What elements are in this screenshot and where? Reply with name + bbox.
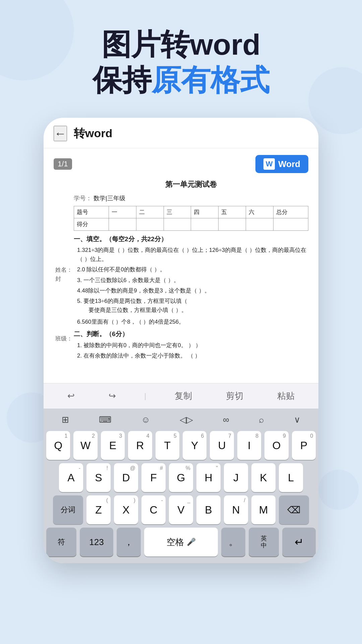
- score-table: 题号 一 二 三 四 五 六 总分 得分: [74, 206, 308, 230]
- page-indicator: 1/1: [54, 158, 72, 170]
- sidebar-name-label: 姓名：封: [55, 265, 72, 283]
- key-T[interactable]: 5T: [156, 431, 179, 460]
- kb-tool-keyboard[interactable]: ⌨: [96, 413, 115, 426]
- word-btn-label: Word: [278, 159, 300, 169]
- key-B[interactable]: B: [196, 495, 221, 524]
- header-title: 转word: [74, 126, 112, 141]
- table-header-5: 五: [219, 206, 246, 218]
- table-header-4: 四: [191, 206, 219, 218]
- space-label: 空格: [167, 536, 184, 548]
- key-period[interactable]: 。: [221, 528, 245, 556]
- table-header-1: 一: [109, 206, 136, 218]
- paste-button[interactable]: 粘贴: [272, 389, 300, 403]
- keyboard: ⊞ ⌨ ☺ ◁▷ ∞ ⌕ ∨ 1Q 2W 3E 4R 5T 6Y 7U 8I 9…: [44, 409, 318, 563]
- key-E[interactable]: 3E: [101, 431, 125, 460]
- table-header-2: 二: [136, 206, 164, 218]
- key-Y[interactable]: 6Y: [183, 431, 206, 460]
- kb-row-3: 分词 (Z )X -C _V B /N M ⌫: [46, 495, 316, 524]
- key-enter[interactable]: ↵: [282, 528, 316, 556]
- key-S[interactable]: !S: [86, 463, 111, 492]
- key-V[interactable]: _V: [169, 495, 193, 524]
- table-row2-2: [136, 218, 164, 230]
- key-P[interactable]: 0P: [292, 431, 316, 460]
- table-row2-7: [273, 218, 308, 230]
- key-R[interactable]: 4R: [128, 431, 152, 460]
- key-I[interactable]: 8I: [237, 431, 261, 460]
- word-icon-box: W: [263, 158, 275, 170]
- table-row2-1: [109, 218, 136, 230]
- cut-button[interactable]: 剪切: [221, 389, 249, 403]
- key-Z[interactable]: (Z: [86, 495, 111, 524]
- question-1-6: 6.560里面有（ ）个8，（ ）的4倍是256。: [74, 317, 308, 326]
- key-H[interactable]: "H: [196, 463, 221, 492]
- doc-info: 学号： 数学|三年级: [74, 194, 308, 203]
- mic-icon: 🎤: [187, 538, 196, 546]
- question-1-4: 4.48除以一个数的商是9，余数是3，这个数是（ ）。: [74, 286, 308, 295]
- section-2: 班级： 6.560里面有（ ）个8，（ ）的4倍是256。 二、判断。（6分） …: [74, 317, 308, 360]
- key-C[interactable]: -C: [141, 495, 166, 524]
- key-Q[interactable]: 1Q: [46, 431, 70, 460]
- doc-title: 第一单元测试卷: [74, 178, 308, 190]
- redo-button[interactable]: ↪: [103, 389, 121, 402]
- separator-1: |: [144, 392, 146, 400]
- kb-row-2: -A !S @D #F %G "H J K L: [46, 463, 316, 492]
- table-row2-6: [246, 218, 273, 230]
- key-L[interactable]: L: [279, 463, 303, 492]
- question-1-2: 2.0 除以任何不是0的数都得（ ）。: [74, 265, 308, 274]
- key-backspace[interactable]: ⌫: [279, 495, 309, 524]
- key-A[interactable]: -A: [59, 463, 83, 492]
- table-header-7: 总分: [273, 206, 308, 218]
- kb-tool-cursor[interactable]: ◁▷: [176, 413, 196, 426]
- kb-tool-grid[interactable]: ⊞: [58, 413, 72, 426]
- table-row2-0: 得分: [74, 218, 109, 230]
- question-1-5: 5. 要使13÷6的商是两位数，方框里可以填（ 要使商是三位数，方框里最小填（ …: [74, 297, 308, 315]
- key-W[interactable]: 2W: [73, 431, 97, 460]
- table-header-0: 题号: [74, 206, 109, 218]
- question-1-1: 1.321÷3的商是（ ）位数，商的最高位在（ ）位上；126÷3的商是（ ）位…: [74, 246, 308, 264]
- undo-button[interactable]: ↩: [62, 389, 80, 402]
- key-U[interactable]: 7U: [210, 431, 234, 460]
- key-space[interactable]: 空格 🎤: [144, 528, 218, 556]
- kb-tool-emoji[interactable]: ☺: [138, 413, 154, 426]
- question-2-2: 2. 在有余数的除法中，余数一定小于除数。 （ ）: [74, 351, 308, 360]
- key-comma[interactable]: ，: [117, 528, 141, 556]
- key-J[interactable]: J: [224, 463, 248, 492]
- document-area: 1/1 W Word 第一单元测试卷 学号： 数学|三年级 题号 一 二: [44, 148, 318, 383]
- table-row2-4: [191, 218, 219, 230]
- back-button[interactable]: ←: [54, 126, 67, 141]
- section-2-title: 二、判断。（6分）: [74, 329, 308, 339]
- key-X[interactable]: )X: [114, 495, 138, 524]
- key-F[interactable]: #F: [141, 463, 166, 492]
- key-sym[interactable]: 符: [46, 528, 76, 556]
- key-N[interactable]: /N: [224, 495, 248, 524]
- key-fenci[interactable]: 分词: [53, 495, 83, 524]
- word-export-button[interactable]: W Word: [255, 155, 308, 173]
- hero-line2: 保持原有格式: [20, 62, 342, 98]
- kb-tool-link[interactable]: ∞: [220, 413, 233, 426]
- doc-content: 第一单元测试卷 学号： 数学|三年级 题号 一 二 三 四 五 六 总分 得: [54, 178, 308, 360]
- copy-button[interactable]: 复制: [169, 389, 197, 403]
- kb-tool-collapse[interactable]: ∨: [291, 413, 304, 426]
- table-row2-3: [164, 218, 191, 230]
- kb-toolbar: ⊞ ⌨ ☺ ◁▷ ∞ ⌕ ∨: [44, 409, 318, 430]
- edit-toolbar: ↩ ↪ | 复制 剪切 粘贴: [44, 383, 318, 409]
- kb-row-1: 1Q 2W 3E 4R 5T 6Y 7U 8I 9O 0P: [46, 431, 316, 460]
- info-label: 学号：: [74, 195, 92, 202]
- doc-toolbar: 1/1 W Word: [54, 155, 308, 173]
- key-123[interactable]: 123: [80, 528, 113, 556]
- hero-line1: 图片转word: [20, 27, 342, 62]
- hero-accent: 原有格式: [152, 63, 269, 97]
- sidebar-class-label: 班级：: [55, 334, 72, 343]
- section-1-title: 一、填空。（每空2分，共22分）: [74, 234, 308, 244]
- key-D[interactable]: @D: [114, 463, 138, 492]
- key-G[interactable]: %G: [169, 463, 193, 492]
- app-header: ← 转word: [44, 118, 318, 148]
- key-K[interactable]: K: [251, 463, 276, 492]
- table-header-3: 三: [164, 206, 191, 218]
- key-lang[interactable]: 英中: [249, 528, 279, 556]
- question-2-1: 1. 被除数的中间有0，商的中间也一定有0。 ） ）: [74, 341, 308, 350]
- key-M[interactable]: M: [251, 495, 276, 524]
- phone-mockup: ← 转word 1/1 W Word 第一单元测试卷 学号： 数学|三年级 题: [44, 118, 318, 563]
- kb-tool-search[interactable]: ⌕: [255, 413, 267, 426]
- key-O[interactable]: 9O: [264, 431, 288, 460]
